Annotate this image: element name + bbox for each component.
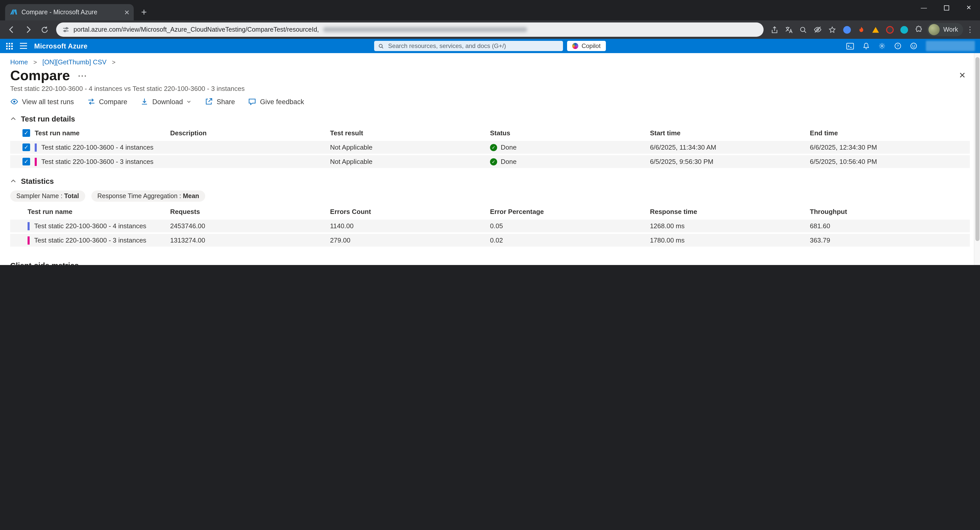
download-icon — [141, 97, 149, 106]
row-checkbox[interactable]: ✓ — [22, 158, 30, 166]
breadcrumb-csv[interactable]: [ON][GetThumb] CSV — [42, 58, 107, 66]
extension-icon[interactable] — [900, 26, 908, 33]
profile-label: Work — [943, 26, 958, 33]
azure-search-box[interactable] — [374, 41, 563, 51]
share-page-icon[interactable] — [771, 26, 778, 33]
statistics-table: Test run name Requests Errors Count Erro… — [10, 205, 970, 247]
table-row[interactable]: Test static 220-100-3600 - 4 instances 2… — [10, 220, 970, 232]
omnibox-action-icons — [771, 25, 836, 34]
feedback-icon[interactable] — [910, 42, 917, 49]
settings-gear-icon[interactable] — [878, 42, 886, 49]
page-subtitle: Test static 220-100-3600 - 4 instances v… — [10, 85, 980, 92]
client-side-metrics-heading: Client-side metrics — [10, 261, 980, 265]
share-icon — [205, 97, 213, 106]
hamburger-menu-icon[interactable] — [20, 43, 27, 49]
status-done-icon: ✓ — [490, 158, 497, 165]
statistics-filters: Sampler Name : Total Response Time Aggre… — [10, 191, 980, 202]
table-header-row: ✓ Test run name Description Test result … — [10, 126, 970, 139]
series-color-bar — [27, 236, 30, 244]
chevron-up-icon — [10, 178, 16, 184]
bookmark-star-icon[interactable] — [829, 26, 836, 33]
tab-close-icon[interactable]: ✕ — [124, 9, 130, 16]
copilot-button[interactable]: Copilot — [567, 41, 606, 51]
select-all-checkbox[interactable]: ✓ — [22, 129, 30, 137]
extension-icon[interactable] — [886, 26, 894, 33]
zoom-icon[interactable] — [799, 26, 807, 33]
breadcrumb-separator-icon: > — [33, 59, 37, 66]
browser-menu-icon[interactable]: ⋮ — [966, 25, 974, 34]
close-blade-icon[interactable]: ✕ — [959, 72, 966, 80]
site-settings-icon[interactable] — [62, 26, 69, 33]
series-color-bar — [35, 143, 37, 151]
view-all-test-runs-icon — [10, 97, 18, 106]
title-context-menu-icon[interactable]: ··· — [78, 71, 87, 80]
search-icon — [379, 43, 384, 49]
help-icon[interactable]: ? — [894, 42, 901, 49]
series-color-bar — [35, 158, 37, 166]
azure-top-bar: Microsoft Azure Copilot ? — [0, 39, 980, 53]
azure-favicon-icon — [10, 9, 18, 16]
view-all-test-runs-button[interactable]: View all test runs — [10, 97, 74, 106]
chevron-down-icon — [186, 99, 192, 104]
row-checkbox[interactable]: ✓ — [22, 143, 30, 151]
back-button[interactable] — [4, 22, 19, 37]
account-info-blurred[interactable] — [926, 41, 975, 51]
response-time-aggregation-filter[interactable]: Response Time Aggregation : Mean — [91, 191, 205, 202]
copilot-icon — [573, 43, 579, 49]
download-button[interactable]: Download — [141, 97, 192, 106]
window-minimize-button[interactable]: — — [913, 0, 935, 15]
extensions-puzzle-icon[interactable] — [915, 25, 923, 34]
cloud-shell-icon[interactable] — [846, 43, 854, 49]
compare-icon — [87, 97, 95, 106]
profile-avatar — [928, 24, 940, 35]
azure-brand[interactable]: Microsoft Azure — [34, 42, 88, 50]
give-feedback-button[interactable]: Give feedback — [248, 97, 304, 106]
url-redacted-blur — [323, 27, 527, 32]
svg-text:?: ? — [897, 44, 899, 48]
app-launcher-icon[interactable] — [6, 43, 13, 49]
browser-profile-chip[interactable]: Work — [927, 23, 963, 36]
sampler-name-filter[interactable]: Sampler Name : Total — [10, 191, 85, 202]
share-button[interactable]: Share — [205, 97, 235, 106]
eye-off-icon[interactable] — [814, 25, 822, 34]
search-input[interactable] — [387, 42, 559, 50]
browser-tab[interactable]: Compare - Microsoft Azure ✕ — [5, 4, 134, 21]
give-feedback-icon — [248, 97, 256, 106]
extension-triangle-icon[interactable] — [872, 26, 880, 33]
status-done-icon: ✓ — [490, 144, 497, 151]
reload-button[interactable] — [37, 22, 52, 37]
browser-tab-bar: Compare - Microsoft Azure ✕ + — ✕ — [0, 0, 980, 21]
vertical-scrollbar[interactable] — [974, 53, 980, 265]
address-bar[interactable]: portal.azure.com/#view/Microsoft_Azure_C… — [56, 22, 764, 37]
translate-icon[interactable] — [785, 26, 793, 33]
table-header-row: Test run name Requests Errors Count Erro… — [10, 205, 970, 218]
new-tab-button[interactable]: + — [137, 5, 151, 19]
browser-toolbar: portal.azure.com/#view/Microsoft_Azure_C… — [0, 21, 980, 39]
page-title: Compare — [10, 68, 70, 83]
extension-icon[interactable] — [843, 26, 851, 33]
section-test-run-details[interactable]: Test run details — [10, 115, 980, 123]
chevron-up-icon — [10, 116, 16, 122]
screen: Compare - Microsoft Azure ✕ + — ✕ portal… — [0, 0, 980, 265]
scrollbar-thumb[interactable] — [975, 57, 980, 241]
url-text[interactable]: portal.azure.com/#view/Microsoft_Azure_C… — [73, 26, 319, 33]
test-run-details-table: ✓ Test run name Description Test result … — [10, 126, 970, 168]
series-color-bar — [27, 222, 30, 230]
section-statistics[interactable]: Statistics — [10, 177, 980, 185]
table-row[interactable]: ✓ Test static 220-100-3600 - 4 instances… — [10, 141, 970, 154]
notifications-bell-icon[interactable] — [862, 42, 870, 49]
portal-content: Home > [ON][GetThumb] CSV > ✕ Compare ··… — [0, 53, 980, 265]
window-close-button[interactable]: ✕ — [958, 0, 980, 15]
window-controls: — ✕ — [913, 0, 980, 15]
tab-title: Compare - Microsoft Azure — [21, 9, 120, 16]
extensions-area — [843, 25, 923, 34]
breadcrumb-home[interactable]: Home — [10, 58, 28, 66]
command-bar: View all test runs Compare Download Shar… — [10, 97, 980, 106]
window-maximize-button[interactable] — [935, 0, 958, 15]
forward-button[interactable] — [21, 22, 36, 37]
breadcrumb: Home > [ON][GetThumb] CSV > — [0, 53, 980, 66]
compare-button[interactable]: Compare — [87, 97, 127, 106]
table-row[interactable]: ✓ Test static 220-100-3600 - 3 instances… — [10, 155, 970, 168]
table-row[interactable]: Test static 220-100-3600 - 3 instances 1… — [10, 234, 970, 247]
extension-flame-icon[interactable] — [858, 26, 865, 33]
